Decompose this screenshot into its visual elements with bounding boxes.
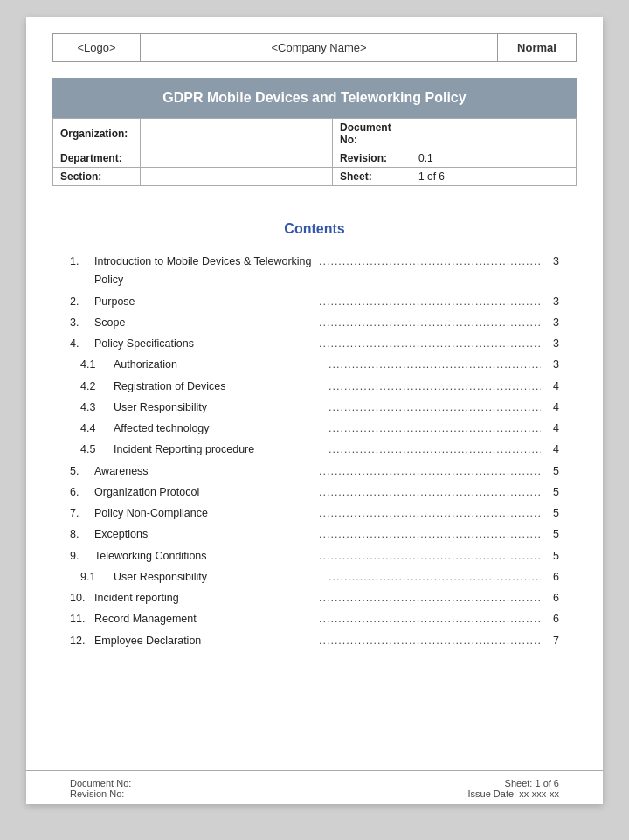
- toc-dots: ........................................…: [319, 547, 541, 566]
- toc-dots: ........................................…: [319, 314, 541, 332]
- toc-item: 10.Incident reporting ..................…: [70, 589, 559, 607]
- info-table: Organization: Document No: Department: R…: [52, 118, 577, 186]
- toc-page: 5: [543, 462, 559, 481]
- toc-num: 5.: [70, 462, 94, 481]
- logo-cell: <Logo>: [53, 34, 141, 62]
- toc-label: Policy Non-Compliance: [94, 504, 316, 523]
- document-title: GDPR Mobile Devices and Teleworking Poli…: [162, 90, 466, 105]
- toc-label: Awareness: [94, 462, 316, 481]
- toc-dots: ........................................…: [319, 632, 541, 650]
- docno-value: [411, 119, 577, 149]
- toc-item: 7.Policy Non-Compliance ................…: [70, 504, 559, 523]
- header-section: <Logo> <Company Name> Normal: [26, 17, 603, 62]
- toc-dots: ........................................…: [328, 568, 541, 587]
- toc-item: 1.Introduction to Mobile Devices & Telew…: [70, 253, 559, 290]
- toc-item: 8.Exceptions ...........................…: [70, 525, 559, 544]
- toc-page: 3: [543, 314, 559, 332]
- company-cell: <Company Name>: [141, 34, 498, 62]
- toc-num: 6.: [70, 483, 94, 502]
- toc-num: 4.5: [70, 441, 114, 459]
- toc-num: 4.4: [70, 420, 114, 438]
- normal-label: Normal: [517, 41, 556, 54]
- toc-dots: ........................................…: [319, 483, 541, 502]
- toc-dots: ........................................…: [319, 462, 541, 481]
- main-content: Contents 1.Introduction to Mobile Device…: [26, 186, 603, 770]
- footer-docno: Document No:: [70, 778, 131, 788]
- footer-revno: Revision No:: [70, 788, 131, 799]
- toc-page: 3: [543, 335, 559, 353]
- toc-dots: ........................................…: [319, 504, 541, 523]
- footer-sheet: Sheet: 1 of 6: [505, 778, 559, 788]
- toc-page: 3: [543, 293, 559, 311]
- toc-item: 9.1User Responsibility .................…: [70, 568, 559, 587]
- toc-page: 6: [543, 610, 559, 628]
- toc-num: 12.: [70, 632, 94, 650]
- sheet-label: Sheet:: [333, 168, 411, 186]
- footer-left: Document No: Revision No:: [70, 778, 131, 799]
- toc-label: Registration of Devices: [114, 378, 326, 396]
- toc-page: 4: [543, 420, 559, 438]
- docno-label: Document No:: [333, 119, 411, 149]
- toc-dots: ........................................…: [319, 335, 541, 353]
- toc-item: 9.Teleworking Conditions ...............…: [70, 547, 559, 566]
- toc-num: 10.: [70, 589, 94, 607]
- toc-dots: ........................................…: [319, 293, 541, 311]
- toc-num: 4.2: [70, 378, 114, 396]
- toc-label: Employee Declaration: [94, 632, 316, 650]
- toc-item: 5.Awareness ............................…: [70, 462, 559, 481]
- toc-num: 7.: [70, 504, 94, 523]
- footer-right: Sheet: 1 of 6 Issue Date: xx-xxx-xx: [467, 778, 559, 799]
- toc-page: 3: [543, 356, 559, 374]
- toc-num: 3.: [70, 314, 94, 332]
- toc-num: 4.3: [70, 399, 114, 417]
- toc-item: 2.Purpose ..............................…: [70, 293, 559, 311]
- toc-label: Affected technology: [114, 420, 326, 438]
- toc-page: 5: [543, 504, 559, 523]
- toc-item: 4.5Incident Reporting procedure ........…: [70, 441, 559, 459]
- dept-value: [141, 149, 333, 168]
- toc-item: 4.Policy Specifications ................…: [70, 335, 559, 353]
- toc-item: 4.4Affected technology .................…: [70, 420, 559, 438]
- toc-num: 4.1: [70, 356, 114, 374]
- toc-label: Incident reporting: [94, 589, 316, 607]
- org-value: [141, 119, 333, 149]
- title-section: GDPR Mobile Devices and Teleworking Poli…: [26, 62, 603, 186]
- toc-num: 4.: [70, 335, 94, 353]
- footer-issue-label: Issue Date:: [467, 788, 516, 799]
- toc-list: 1.Introduction to Mobile Devices & Telew…: [70, 253, 559, 650]
- toc-dots: ........................................…: [319, 589, 541, 607]
- dept-label: Department:: [53, 149, 141, 168]
- footer-issue: Issue Date: xx-xxx-xx: [467, 788, 559, 799]
- toc-label: Exceptions: [94, 525, 316, 544]
- toc-page: 7: [543, 632, 559, 650]
- toc-dots: ........................................…: [319, 525, 541, 544]
- org-label: Organization:: [53, 119, 141, 149]
- toc-dots: ........................................…: [328, 378, 541, 396]
- rev-value: 0.1: [411, 149, 577, 168]
- toc-item: 4.3User Responsibility .................…: [70, 399, 559, 417]
- section-label: Section:: [53, 168, 141, 186]
- sheet-value: 1 of 6: [411, 168, 577, 186]
- logo-label: <Logo>: [77, 41, 115, 54]
- toc-num: 11.: [70, 610, 94, 628]
- toc-page: 5: [543, 525, 559, 544]
- toc-page: 4: [543, 378, 559, 396]
- toc-num: 9.1: [70, 568, 114, 587]
- toc-page: 4: [543, 399, 559, 417]
- toc-label: Incident Reporting procedure: [114, 441, 326, 459]
- toc-label: Policy Specifications: [94, 335, 316, 353]
- footer-sheet-label: Sheet:: [505, 778, 533, 788]
- footer-issue-value: xx-xxx-xx: [519, 788, 559, 799]
- toc-page: 5: [543, 547, 559, 566]
- company-label: <Company Name>: [271, 41, 366, 54]
- toc-page: 4: [543, 441, 559, 459]
- toc-label: Record Management: [94, 610, 316, 628]
- toc-num: 1.: [70, 253, 94, 271]
- footer-sheet-value: 1 of 6: [535, 778, 559, 788]
- contents-heading: Contents: [70, 221, 559, 237]
- section-value: [141, 168, 333, 186]
- toc-label: Purpose: [94, 293, 316, 311]
- toc-page: 5: [543, 483, 559, 502]
- toc-page: 6: [543, 568, 559, 587]
- toc-label: Organization Protocol: [94, 483, 316, 502]
